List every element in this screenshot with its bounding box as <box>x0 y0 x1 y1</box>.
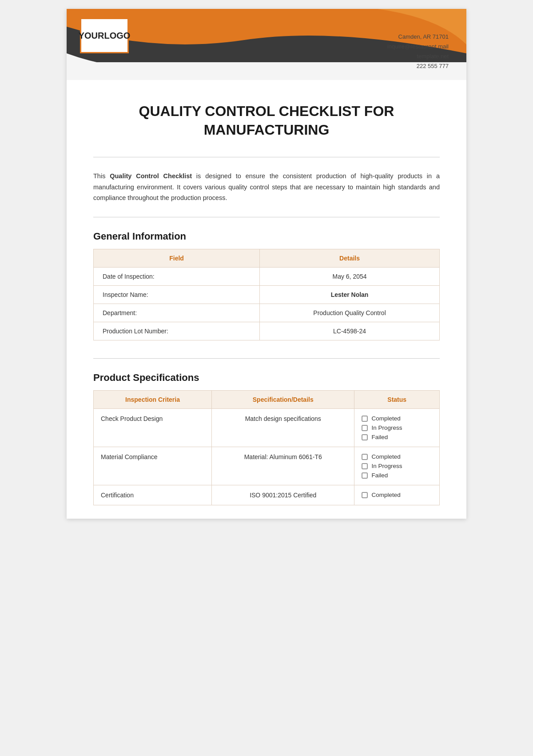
table-row: Material ComplianceMaterial: Aluminum 60… <box>94 447 440 485</box>
criteria-cell: Check Product Design <box>94 409 212 447</box>
checkbox-icon <box>362 416 368 422</box>
status-option: In Progress <box>362 424 432 431</box>
details-header: Details <box>260 249 440 268</box>
table-row: Check Product DesignMatch design specifi… <box>94 409 440 447</box>
status-cell: Completed <box>354 485 440 505</box>
general-info-section: General Information Field Details Date o… <box>67 222 466 354</box>
checkbox-icon <box>362 434 368 440</box>
criteria-cell: Material Compliance <box>94 447 212 485</box>
checkbox-icon <box>362 492 368 498</box>
divider-3 <box>93 358 440 359</box>
product-specs-section: Product Specifications Inspection Criter… <box>67 363 466 519</box>
table-row: Date of Inspection:May 6, 2054 <box>94 268 440 286</box>
page: YOUR LOGO Camden, AR 71701 inquire@resta… <box>67 9 466 519</box>
header: YOUR LOGO Camden, AR 71701 inquire@resta… <box>67 9 466 80</box>
status-option: Failed <box>362 472 432 479</box>
field-header: Field <box>94 249 260 268</box>
status-option: Completed <box>362 415 432 422</box>
checkbox-icon <box>362 463 368 469</box>
logo: YOUR LOGO <box>80 18 129 53</box>
detail-cell: May 6, 2054 <box>260 268 440 286</box>
spec-cell: Material: Aluminum 6061-T6 <box>212 447 354 485</box>
field-cell: Production Lot Number: <box>94 322 260 340</box>
contact-website: template.net <box>387 52 449 61</box>
contact-address: Camden, AR 71701 <box>387 32 449 42</box>
description: This Quality Control Checklist is design… <box>67 162 466 212</box>
field-cell: Department: <box>94 304 260 322</box>
table-row: CertificationISO 9001:2015 CertifiedComp… <box>94 485 440 505</box>
main-title: QUALITY CONTROL CHECKLIST FOR MANUFACTUR… <box>93 102 440 139</box>
product-specs-title: Product Specifications <box>93 372 440 384</box>
contact-phone: 222 555 777 <box>387 61 449 71</box>
contact-email: inquire@restaurant.mail <box>387 42 449 52</box>
general-info-table: Field Details Date of Inspection:May 6, … <box>93 249 440 340</box>
criteria-header: Inspection Criteria <box>94 391 212 409</box>
divider-1 <box>93 157 440 157</box>
detail-cell: Lester Nolan <box>260 286 440 304</box>
status-label: Failed <box>371 434 388 440</box>
status-cell: CompletedIn ProgressFailed <box>354 447 440 485</box>
field-cell: Inspector Name: <box>94 286 260 304</box>
status-label: In Progress <box>371 463 402 469</box>
status-cell: CompletedIn ProgressFailed <box>354 409 440 447</box>
status-header: Status <box>354 391 440 409</box>
table-row: Department:Production Quality Control <box>94 304 440 322</box>
status-options: Completed <box>362 492 432 498</box>
status-label: Failed <box>371 472 388 479</box>
detail-cell: Production Quality Control <box>260 304 440 322</box>
status-options: CompletedIn ProgressFailed <box>362 415 432 440</box>
description-bold: Quality Control Checklist <box>110 172 192 180</box>
general-info-title: General Information <box>93 231 440 242</box>
divider-2 <box>93 217 440 217</box>
status-label: Completed <box>371 415 400 422</box>
status-option: Completed <box>362 492 432 498</box>
table-row: Production Lot Number:LC-4598-24 <box>94 322 440 340</box>
checkbox-icon <box>362 425 368 431</box>
status-options: CompletedIn ProgressFailed <box>362 453 432 479</box>
specs-table: Inspection Criteria Specification/Detail… <box>93 390 440 505</box>
status-label: Completed <box>371 492 400 498</box>
status-label: In Progress <box>371 424 402 431</box>
spec-cell: ISO 9001:2015 Certified <box>212 485 354 505</box>
status-label: Completed <box>371 453 400 460</box>
contact-info: Camden, AR 71701 inquire@restaurant.mail… <box>387 32 449 71</box>
table-row: Inspector Name:Lester Nolan <box>94 286 440 304</box>
checkbox-icon <box>362 472 368 479</box>
field-cell: Date of Inspection: <box>94 268 260 286</box>
checkbox-icon <box>362 454 368 460</box>
title-area: QUALITY CONTROL CHECKLIST FOR MANUFACTUR… <box>67 80 466 152</box>
detail-cell: LC-4598-24 <box>260 322 440 340</box>
status-option: Completed <box>362 453 432 460</box>
status-option: In Progress <box>362 463 432 469</box>
spec-header: Specification/Details <box>212 391 354 409</box>
status-option: Failed <box>362 434 432 440</box>
criteria-cell: Certification <box>94 485 212 505</box>
spec-cell: Match design specifications <box>212 409 354 447</box>
